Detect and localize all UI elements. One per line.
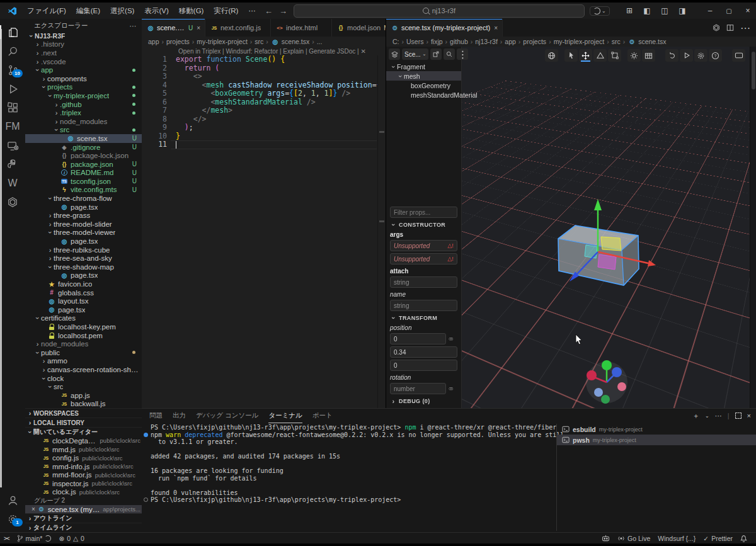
tree-item-localhost-key.pem[interactable]: ›localhost-key.pem bbox=[25, 322, 142, 331]
forward-icon[interactable]: → bbox=[279, 6, 287, 16]
open-editor-item[interactable]: mmd-info.jspublic\clock\src bbox=[25, 462, 142, 471]
open-editor-item[interactable]: mmd-floor.jspublic\clock\src bbox=[25, 471, 142, 480]
breadcrumb-item[interactable]: ... bbox=[317, 38, 323, 45]
more-actions-icon[interactable]: ⋯ bbox=[715, 412, 722, 420]
codelens[interactable]: Open in Triplex | Windsurf: Refactor | E… bbox=[142, 47, 386, 55]
tree-item-page.tsx[interactable]: ›page.tsx bbox=[25, 203, 142, 212]
activity-fm[interactable]: FM bbox=[0, 117, 25, 136]
breadcrumb-item[interactable]: projects bbox=[523, 38, 546, 45]
tree-item-three-rubiks-cube[interactable]: ›three-rubiks-cube bbox=[25, 246, 142, 254]
props-section-CONSTRUCTOR[interactable]: ›CONSTRUCTOR bbox=[390, 222, 457, 228]
close-panel-icon[interactable]: × bbox=[747, 412, 751, 419]
menu-item-0[interactable]: ファイル(F) bbox=[22, 4, 71, 17]
open-editor-item[interactable]: inspector.jspublic\clock\src bbox=[25, 479, 142, 488]
tree-item-package.json[interactable]: ›package.jsonU bbox=[25, 160, 142, 169]
menu-item-1[interactable]: 編集(E) bbox=[71, 4, 105, 17]
open-editor-item[interactable]: mmd.jspublic\clock\src bbox=[25, 445, 142, 454]
terminal-instance-esbuild[interactable]: esbuildmy-triplex-project bbox=[557, 424, 756, 435]
activity-live-preview[interactable] bbox=[0, 136, 25, 155]
open-editor-item[interactable]: clock.jspublic\clock\src bbox=[25, 488, 142, 497]
tree-item-page.tsx[interactable]: ›page.tsx bbox=[25, 271, 142, 280]
breadcrumb-item[interactable]: scene.tsx bbox=[627, 38, 666, 46]
breadcrumb-item[interactable]: github bbox=[450, 38, 468, 45]
menu-item-5[interactable]: 実行(R) bbox=[209, 4, 243, 17]
viewport-tool-sun-icon[interactable] bbox=[627, 49, 641, 62]
breadcrumb-item[interactable]: Users bbox=[406, 38, 423, 45]
breadcrumb-item[interactable]: nj13-r3f bbox=[475, 38, 498, 45]
tree-item-certificates[interactable]: ›certificates bbox=[25, 314, 142, 323]
tree-item-three-grass[interactable]: ›three-grass bbox=[25, 211, 142, 220]
prettier-item[interactable]: ✓ Prettier bbox=[699, 533, 736, 543]
terminal-instance-pwsh[interactable]: pwshmy-triplex-project bbox=[557, 435, 756, 445]
prop-input[interactable]: number bbox=[390, 383, 446, 394]
tree-item-three-chroma-flow[interactable]: ›three-chroma-flow bbox=[25, 194, 142, 203]
tree-item-node_modules[interactable]: ›node_modules bbox=[25, 117, 142, 126]
tree-item-app[interactable]: ›app bbox=[25, 65, 142, 74]
terminal-dropdown-icon[interactable]: ⌄ bbox=[705, 413, 709, 419]
breadcrumb-item[interactable]: app bbox=[148, 38, 159, 45]
toggle-panel-icon[interactable]: ◫ bbox=[656, 3, 673, 18]
tree-item-three-model-viewer[interactable]: ›three-model-viewer bbox=[25, 229, 142, 237]
tree-item-components[interactable]: ›components bbox=[25, 74, 142, 83]
run-task-dropdown[interactable]: ⌄ bbox=[590, 6, 610, 16]
tree-item-backwall.js[interactable]: ›backwall.js bbox=[25, 400, 142, 409]
link-toggle-icon[interactable]: ○○ bbox=[449, 336, 457, 342]
restore-button[interactable]: ▢ bbox=[721, 3, 737, 18]
search-icon[interactable] bbox=[444, 48, 455, 60]
close-icon[interactable]: × bbox=[32, 506, 35, 513]
tree-item-src[interactable]: ›src bbox=[25, 126, 142, 135]
menu-item-6[interactable]: ⋯ bbox=[243, 4, 261, 17]
copilot-icon[interactable] bbox=[598, 533, 614, 543]
maximize-panel-icon[interactable] bbox=[735, 412, 742, 419]
breadcrumb-item[interactable]: projects bbox=[166, 38, 190, 45]
close-button[interactable]: × bbox=[740, 3, 756, 18]
problems-item[interactable]: ⊗0 △0 bbox=[55, 533, 88, 543]
viewport-tool-globe-icon[interactable] bbox=[545, 49, 558, 62]
section-open-editors[interactable]: ›開いているエディター bbox=[25, 427, 142, 436]
menu-item-2[interactable]: 選択(S) bbox=[105, 4, 139, 17]
tab-next.config.js[interactable]: next.config.js bbox=[205, 19, 271, 37]
tree-item-page.tsx[interactable]: ›page.tsx bbox=[25, 305, 142, 314]
viewport-tool-frame-icon[interactable] bbox=[732, 49, 745, 62]
prop-input[interactable]: Unsupported△! bbox=[390, 253, 457, 264]
viewport-tool-scale-icon[interactable] bbox=[608, 49, 621, 62]
props-section-TRANSFORM[interactable]: ›TRANSFORM bbox=[390, 315, 457, 321]
section-LOCAL HISTORY[interactable]: ›LOCAL HISTORY bbox=[25, 418, 142, 427]
minimize-button[interactable]: – bbox=[702, 3, 718, 18]
viewport-tool-grid-icon[interactable] bbox=[642, 49, 655, 62]
tree-item-localhost.pem[interactable]: ›localhost.pem bbox=[25, 331, 142, 340]
prop-input[interactable]: 0 bbox=[390, 360, 457, 371]
breadcrumb[interactable]: app›projects›my-triplex-project›src›scen… bbox=[142, 37, 386, 47]
tree-item-.triplex[interactable]: ›.triplex bbox=[25, 108, 142, 117]
viewport-tool-gear-icon[interactable] bbox=[694, 49, 707, 62]
activity-settings[interactable]: 1 bbox=[0, 509, 25, 528]
tree-item-ammo[interactable]: ›ammo bbox=[25, 357, 142, 366]
tree-item-.history[interactable]: ›.history bbox=[25, 40, 142, 49]
activity-search[interactable] bbox=[0, 42, 25, 60]
tree-item-clock[interactable]: ›clock bbox=[25, 374, 142, 383]
open-editor-item[interactable]: clockDegtal.jspublic\clock\src bbox=[25, 436, 142, 445]
activity-extensions[interactable] bbox=[0, 98, 25, 117]
command-center-search[interactable]: nj13-r3f bbox=[294, 4, 585, 18]
activity-openai[interactable] bbox=[0, 193, 25, 212]
tree-item-package-lock.json[interactable]: ›package-lock.json bbox=[25, 151, 142, 160]
tree-item-vite.config.mts[interactable]: ›vite.config.mtsU bbox=[25, 186, 142, 195]
tree-item-src[interactable]: ›src bbox=[25, 382, 142, 391]
go-live-item[interactable]: Go Live bbox=[614, 533, 654, 543]
tab-index.html[interactable]: index.html bbox=[271, 19, 332, 37]
tree-item-projects[interactable]: ›projects bbox=[25, 83, 142, 92]
tree-item-public[interactable]: ›public bbox=[25, 348, 142, 357]
open-editor-item[interactable]: config.jspublic\clock\src bbox=[25, 453, 142, 462]
tree-item-.github[interactable]: ›.github bbox=[25, 100, 142, 109]
tree-item-.gitignore[interactable]: ›.gitignoreU bbox=[25, 143, 142, 152]
link-toggle-icon[interactable]: ○○ bbox=[449, 385, 457, 392]
open-in-editor-icon[interactable] bbox=[430, 48, 442, 60]
breadcrumb-item[interactable]: my-triplex-project bbox=[554, 38, 605, 45]
breadcrumb-item[interactable]: my-triplex-project bbox=[197, 38, 248, 45]
tree-item-favicon.ico[interactable]: ›favicon.ico bbox=[25, 280, 142, 288]
viewport-scrollbar[interactable] bbox=[750, 47, 756, 408]
panel-tab-ターミナル[interactable]: ターミナル bbox=[268, 409, 302, 423]
code-editor[interactable]: 1export function Scene() {2 return (3 <>… bbox=[142, 55, 386, 149]
scene-node-meshStandardMaterial[interactable]: ›meshStandardMaterial bbox=[386, 90, 461, 100]
scene-node-mesh[interactable]: ›mesh bbox=[386, 71, 461, 81]
